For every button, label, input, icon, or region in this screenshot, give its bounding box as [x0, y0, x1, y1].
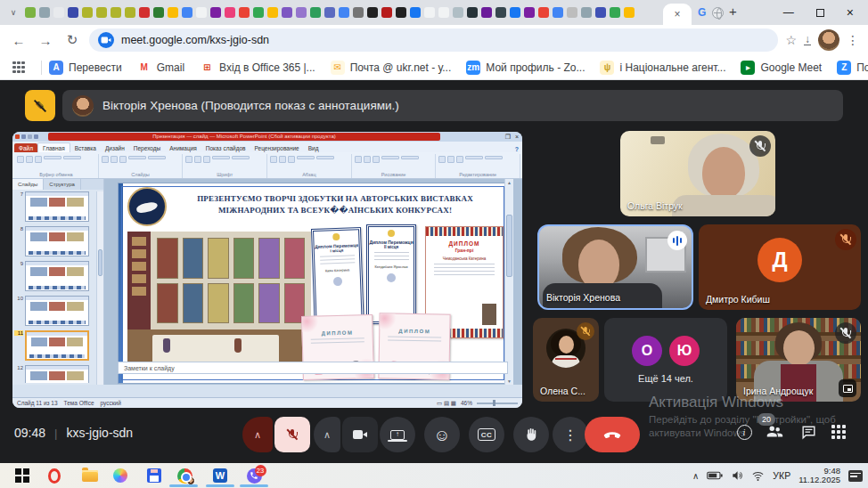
pinned-tab[interactable]: [111, 7, 121, 18]
apps-grid-icon[interactable]: [12, 61, 25, 74]
taskbar-opera[interactable]: [46, 468, 62, 484]
pinned-tab[interactable]: [239, 7, 250, 18]
bookmark-item[interactable]: ✉ Почта @ ukr.net - у...: [331, 61, 452, 75]
pinned-tab[interactable]: [595, 7, 606, 18]
wifi-icon[interactable]: [751, 469, 765, 483]
mic-options-chevron-icon[interactable]: ∧: [242, 417, 273, 452]
pinned-tab[interactable]: [96, 7, 107, 18]
active-tab[interactable]: ×: [663, 4, 692, 25]
forward-icon[interactable]: →: [36, 33, 55, 48]
new-tab-button[interactable]: +: [729, 4, 737, 19]
battery-icon[interactable]: [707, 470, 723, 481]
pinned-tab[interactable]: [538, 7, 549, 18]
reactions-button[interactable]: ☺: [424, 417, 460, 452]
url-text[interactable]: meet.google.com/kxs-jgio-sdn: [121, 34, 269, 46]
participant-tile-dmytro[interactable]: Д Дмитро Кибиш: [699, 224, 861, 310]
mic-muted-button[interactable]: [274, 417, 310, 452]
pinned-tab[interactable]: [367, 7, 378, 18]
pinned-tab[interactable]: [438, 7, 449, 18]
annotation-tool-button[interactable]: ✎: [25, 90, 55, 121]
bookmark-item[interactable]: A Перевести: [49, 61, 122, 75]
pinned-tab[interactable]: [25, 7, 36, 18]
maximize-icon[interactable]: [816, 9, 824, 17]
participant-tile-viktoria[interactable]: Вікторія Хренова: [537, 224, 693, 310]
bookmark-item[interactable]: ψ і Національне агент...: [600, 61, 725, 75]
taskbar-chrome[interactable]: [176, 468, 192, 484]
profile-avatar[interactable]: [818, 29, 839, 51]
camera-button[interactable]: [342, 417, 378, 452]
pinned-tab[interactable]: [182, 7, 192, 18]
pinned-tab[interactable]: [153, 7, 164, 18]
screenshare-tile[interactable]: Презентация — слайд — Microsoft PowerPoi…: [12, 132, 522, 408]
activities-button[interactable]: [827, 420, 850, 443]
pinned-tab[interactable]: [125, 7, 135, 18]
pinned-tab[interactable]: [82, 7, 93, 18]
pinned-tab[interactable]: [225, 7, 235, 18]
bookmark-item[interactable]: M Gmail: [137, 61, 184, 75]
taskbar-word[interactable]: W: [212, 468, 228, 484]
pinned-tab[interactable]: [253, 7, 264, 18]
tab-google[interactable]: G: [698, 6, 706, 19]
pinned-tab[interactable]: [53, 7, 64, 18]
leave-call-button[interactable]: [585, 417, 640, 452]
pinned-tab[interactable]: [524, 7, 535, 18]
start-button[interactable]: [14, 468, 30, 484]
pinned-tab[interactable]: [495, 7, 506, 18]
pinned-tab[interactable]: [168, 7, 178, 18]
pinned-tab[interactable]: [581, 7, 592, 18]
pinned-tab[interactable]: [481, 7, 492, 18]
participant-tile-iryna[interactable]: Ірина Андрощук: [736, 318, 861, 402]
more-participants-tile[interactable]: О Ю Ещё 14 чел.: [604, 318, 727, 402]
pinned-tab[interactable]: [267, 7, 278, 18]
back-icon[interactable]: ←: [9, 33, 29, 48]
tray-expand-icon[interactable]: ∧: [692, 471, 699, 481]
pinned-tab[interactable]: [381, 7, 392, 18]
speaker-icon[interactable]: [731, 469, 743, 482]
pinned-tab[interactable]: [282, 7, 292, 18]
pinned-tab[interactable]: [39, 7, 50, 18]
close-tab-icon[interactable]: ×: [674, 8, 680, 20]
pinned-tab[interactable]: [139, 7, 150, 18]
bookmark-item[interactable]: ▸ Google Meet: [741, 61, 822, 75]
bookmark-item[interactable]: zm Мой профиль - Zo...: [466, 61, 585, 75]
pinned-tab[interactable]: [453, 7, 463, 18]
pinned-tab[interactable]: [553, 7, 563, 18]
address-bar[interactable]: meet.google.com/kxs-jgio-sdn: [89, 28, 778, 52]
tab-globe-icon[interactable]: [712, 7, 724, 19]
raise-hand-button[interactable]: [513, 417, 549, 452]
pinned-tab[interactable]: [610, 7, 620, 18]
taskbar-save-app[interactable]: [146, 468, 162, 484]
notification-center-icon[interactable]: [848, 470, 863, 482]
bookmark-item[interactable]: Z Поддержка: [837, 61, 868, 75]
more-options-button[interactable]: ⋮: [553, 417, 588, 452]
bookmark-item[interactable]: ⊞ Вхід в Office 365 |...: [200, 61, 315, 75]
taskbar-copilot[interactable]: [112, 468, 128, 484]
pinned-tab[interactable]: [296, 7, 307, 18]
pinned-tab[interactable]: [310, 7, 321, 18]
pinned-tab[interactable]: [396, 7, 406, 18]
language-indicator[interactable]: УКР: [773, 470, 790, 481]
taskbar-explorer[interactable]: [82, 468, 98, 484]
pinned-tab[interactable]: [510, 7, 520, 18]
browser-menu-icon[interactable]: ⋮: [847, 33, 859, 47]
pinned-tab[interactable]: [410, 7, 421, 18]
pinned-tab[interactable]: [196, 7, 207, 18]
pinned-tab[interactable]: [210, 7, 221, 18]
present-screen-button[interactable]: ↑: [380, 417, 415, 452]
downloads-icon[interactable]: ↓: [804, 35, 811, 45]
meeting-details-button[interactable]: i: [733, 420, 756, 443]
clock[interactable]: 9:48 11.12.2025: [798, 467, 840, 485]
chat-button[interactable]: [797, 420, 820, 443]
reload-icon[interactable]: ↻: [62, 32, 82, 48]
pinned-tab[interactable]: [624, 7, 635, 18]
camera-options-chevron-icon[interactable]: ∧: [314, 417, 340, 452]
pinned-tab[interactable]: [68, 7, 78, 18]
pinned-tab[interactable]: [467, 7, 478, 18]
pinned-tab[interactable]: [324, 7, 335, 18]
tab-search-chevron-icon[interactable]: ∨: [7, 8, 20, 17]
captions-button[interactable]: CC: [469, 417, 504, 452]
pinned-tab[interactable]: [339, 7, 349, 18]
close-icon[interactable]: ×: [847, 5, 854, 20]
pinned-tab[interactable]: [424, 7, 435, 18]
pinned-tab[interactable]: [353, 7, 364, 18]
